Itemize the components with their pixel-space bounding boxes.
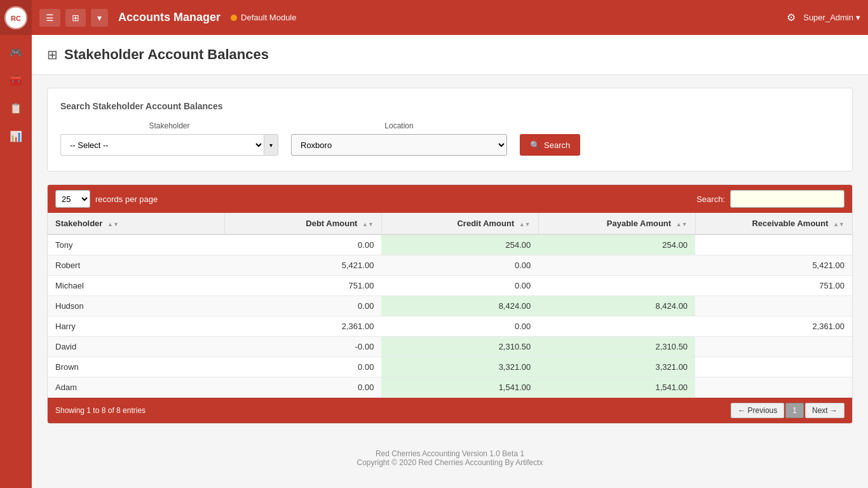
username-label: Super_Admin	[803, 13, 853, 22]
svg-text:RC: RC	[11, 15, 21, 22]
cell-stakeholder: Tony	[48, 234, 225, 255]
cell-receivable: 5,421.00	[695, 255, 852, 276]
col-header-credit[interactable]: Credit Amount ▲▼	[381, 213, 538, 234]
data-table: Stakeholder ▲▼ Debt Amount ▲▼ Credit Amo…	[48, 213, 852, 398]
module-badge: Default Module	[231, 13, 296, 22]
location-select[interactable]: Roxboro	[291, 134, 507, 156]
gear-icon[interactable]: ⚙	[787, 11, 796, 24]
menu-toggle-button[interactable]: ☰	[39, 9, 60, 27]
cell-stakeholder: Michael	[48, 276, 225, 296]
sidebar-item-charts[interactable]: 📊	[0, 122, 32, 150]
footer-line2: Copyright © 2020 Red Cherries Accounting…	[42, 458, 858, 467]
cell-credit: 1,541.00	[381, 377, 538, 398]
cell-credit: 254.00	[381, 234, 538, 255]
cell-payable: 254.00	[538, 234, 695, 255]
next-page-button[interactable]: Next →	[805, 403, 844, 418]
cell-stakeholder: Adam	[48, 377, 225, 398]
table-row: Michael751.000.00751.00	[48, 276, 852, 296]
cell-stakeholder: Robert	[48, 255, 225, 276]
cell-stakeholder: Harry	[48, 316, 225, 337]
cell-debt: 2,361.00	[225, 316, 382, 337]
cell-payable	[538, 255, 695, 276]
cell-receivable	[695, 377, 852, 398]
module-dot-icon	[231, 15, 237, 21]
cell-payable	[538, 276, 695, 296]
location-group: Location Roxboro	[291, 121, 507, 156]
cell-receivable	[695, 357, 852, 377]
col-header-stakeholder[interactable]: Stakeholder ▲▼	[48, 213, 225, 234]
records-per-page-select[interactable]: 25	[55, 190, 90, 208]
sidebar-logo[interactable]: RC	[0, 0, 32, 35]
pagination: ← Previous 1 Next →	[731, 403, 844, 418]
table-row: Robert5,421.000.005,421.00	[48, 255, 852, 276]
chevron-button[interactable]: ▾	[91, 9, 108, 27]
content: ⊞ Stakeholder Account Balances Search St…	[32, 35, 868, 488]
search-section-title: Search Stakeholder Account Balances	[60, 101, 839, 111]
cell-credit: 0.00	[381, 276, 538, 296]
stakeholder-select[interactable]: -- Select --	[60, 134, 264, 156]
select-caret-icon[interactable]: ▾	[264, 134, 278, 156]
cell-credit: 0.00	[381, 255, 538, 276]
user-menu[interactable]: Super_Admin ▾	[803, 13, 860, 22]
grid-button[interactable]: ⊞	[65, 9, 86, 27]
table-row: Harry2,361.000.002,361.00	[48, 316, 852, 337]
table-search-input[interactable]	[730, 190, 844, 208]
page-footer: Red Cherries Accounting Version 1.0 Beta…	[32, 439, 868, 477]
search-panel: Search Stakeholder Account Balances Stak…	[47, 88, 853, 172]
page-title: Stakeholder Account Balances	[64, 46, 269, 63]
col-header-payable[interactable]: Payable Amount ▲▼	[538, 213, 695, 234]
navbar: ☰ ⊞ ▾ Accounts Manager Default Module ⚙ …	[32, 0, 868, 35]
search-icon: 🔍	[530, 140, 540, 150]
location-label: Location	[291, 121, 507, 130]
sidebar-item-docs[interactable]: 📋	[0, 94, 32, 122]
table-grid-icon: ⊞	[47, 47, 58, 62]
cell-credit: 2,310.50	[381, 337, 538, 357]
table-row: Adam0.001,541.001,541.00	[48, 377, 852, 398]
col-header-receivable[interactable]: Receivable Amount ▲▼	[695, 213, 852, 234]
cell-receivable: 2,361.00	[695, 316, 852, 337]
sort-icon-debt: ▲▼	[362, 221, 374, 227]
page-header: ⊞ Stakeholder Account Balances	[32, 35, 868, 75]
page-1-button[interactable]: 1	[785, 403, 804, 418]
search-button-label: Search	[544, 140, 570, 150]
cell-receivable	[695, 337, 852, 357]
sort-icon-payable: ▲▼	[676, 221, 688, 227]
cell-receivable	[695, 234, 852, 255]
sidebar-item-tools[interactable]: 🧰	[0, 66, 32, 94]
sort-icon-receivable: ▲▼	[833, 221, 844, 227]
records-per-page-label: records per page	[95, 194, 158, 204]
search-button[interactable]: 🔍 Search	[520, 134, 580, 156]
cell-debt: 0.00	[225, 377, 382, 398]
table-footer: Showing 1 to 8 of 8 entries ← Previous 1…	[48, 398, 852, 423]
table-row: David-0.002,310.502,310.50	[48, 337, 852, 357]
cell-debt: 0.00	[225, 296, 382, 316]
cell-payable: 1,541.00	[538, 377, 695, 398]
app-title: Accounts Manager	[118, 11, 220, 24]
table-row: Tony0.00254.00254.00	[48, 234, 852, 255]
cell-payable	[538, 316, 695, 337]
cell-receivable: 751.00	[695, 276, 852, 296]
cell-stakeholder: Brown	[48, 357, 225, 377]
prev-page-button[interactable]: ← Previous	[731, 403, 784, 418]
cell-debt: 751.00	[225, 276, 382, 296]
cell-debt: 0.00	[225, 357, 382, 377]
showing-text: Showing 1 to 8 of 8 entries	[55, 406, 146, 415]
cell-credit: 8,424.00	[381, 296, 538, 316]
stakeholder-label: Stakeholder	[60, 121, 278, 130]
table-row: Brown0.003,321.003,321.00	[48, 357, 852, 377]
cell-stakeholder: David	[48, 337, 225, 357]
logo-icon: RC	[4, 6, 27, 29]
cell-payable: 2,310.50	[538, 337, 695, 357]
col-header-debt[interactable]: Debt Amount ▲▼	[225, 213, 382, 234]
table-body: Tony0.00254.00254.00Robert5,421.000.005,…	[48, 234, 852, 398]
table-toolbar: 25 records per page Search:	[48, 185, 852, 213]
sort-icon-stakeholder: ▲▼	[107, 221, 119, 227]
stakeholder-select-wrapper: -- Select -- ▾	[60, 134, 278, 156]
table-row: Hudson0.008,424.008,424.00	[48, 296, 852, 316]
cell-debt: -0.00	[225, 337, 382, 357]
sort-icon-credit: ▲▼	[519, 221, 531, 227]
sidebar-item-games[interactable]: 🎮	[0, 38, 32, 66]
cell-receivable	[695, 296, 852, 316]
cell-credit: 3,321.00	[381, 357, 538, 377]
nav-right: ⚙ Super_Admin ▾	[787, 11, 860, 24]
